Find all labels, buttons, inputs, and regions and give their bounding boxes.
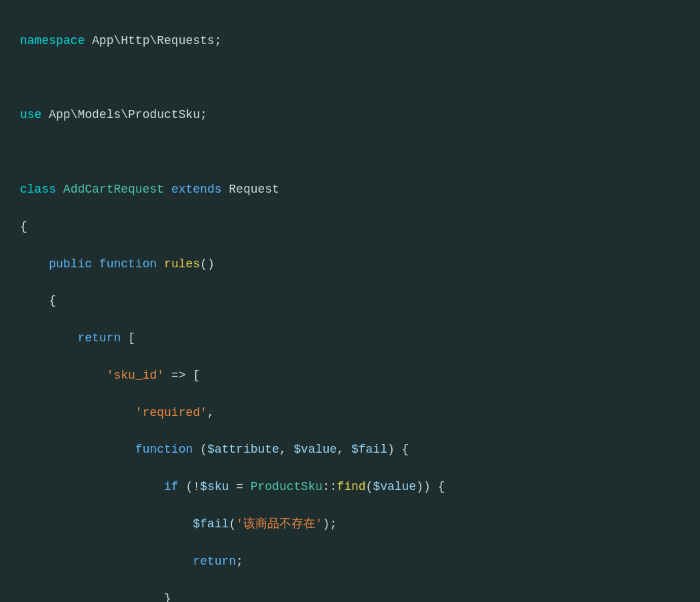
- line-blank1: [20, 69, 680, 88]
- line-use: use App\Models\ProductSku;: [20, 106, 680, 125]
- line-close-if1: }: [20, 590, 680, 602]
- line-sku-id: 'sku_id' => [: [20, 367, 680, 385]
- line-namespace: namespace App\Http\Requests;: [20, 32, 680, 51]
- line-blank2: [20, 143, 680, 162]
- code-editor: namespace App\Http\Requests; use App\Mod…: [20, 13, 680, 602]
- line-open2: {: [20, 292, 680, 311]
- line-return1: return;: [20, 553, 680, 571]
- line-return: return [: [20, 329, 680, 348]
- line-fail-notexist: $fail('该商品不存在');: [20, 515, 680, 534]
- line-if-find: if (!$sku = ProductSku::find($value)) {: [20, 478, 680, 497]
- line-public-func: public function rules(): [20, 255, 680, 274]
- line-open1: {: [20, 218, 680, 237]
- line-class: class AddCartRequest extends Request: [20, 181, 680, 199]
- line-required: 'required',: [20, 404, 680, 423]
- line-function: function ($attribute, $value, $fail) {: [20, 441, 680, 459]
